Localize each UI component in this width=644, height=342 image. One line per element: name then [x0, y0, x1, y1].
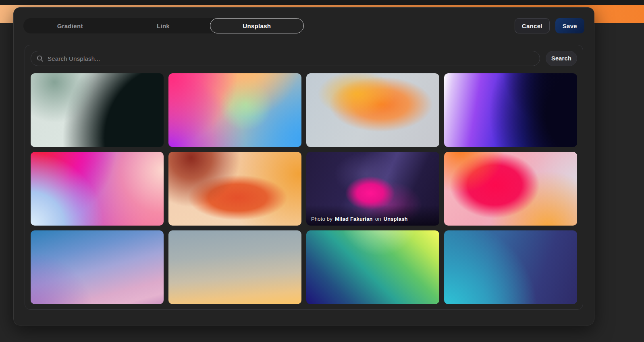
search-input[interactable]	[47, 55, 534, 62]
modal-header: GradientLinkUnsplash Cancel Save	[23, 18, 584, 33]
search-button[interactable]: Search	[546, 51, 577, 66]
tab-unsplash[interactable]: Unsplash	[210, 18, 304, 33]
unsplash-link[interactable]: Unsplash	[384, 216, 408, 222]
header-actions: Cancel Save	[515, 18, 584, 33]
attribution-connector: on	[375, 216, 381, 222]
tab-gradient[interactable]: Gradient	[23, 18, 116, 33]
background-picker-modal: GradientLinkUnsplash Cancel Save Search …	[13, 7, 594, 325]
cancel-button[interactable]: Cancel	[515, 18, 550, 33]
unsplash-photo-tile-2[interactable]	[168, 73, 301, 147]
unsplash-photo-tile-6[interactable]	[168, 152, 301, 226]
tab-link[interactable]: Link	[116, 18, 210, 33]
unsplash-photo-tile-1[interactable]	[31, 73, 164, 147]
unsplash-photo-tile-8[interactable]	[444, 152, 577, 226]
search-icon	[37, 55, 44, 62]
unsplash-photo-tile-5[interactable]	[31, 152, 164, 226]
page-top-strip	[0, 0, 644, 5]
unsplash-photo-tile-7[interactable]: Photo byMilad FakurianonUnsplash	[306, 152, 439, 226]
unsplash-photo-tile-10[interactable]	[168, 230, 301, 304]
tab-bar: GradientLinkUnsplash	[23, 18, 304, 33]
photo-grid: Photo byMilad FakurianonUnsplash	[31, 73, 577, 304]
unsplash-photo-tile-12[interactable]	[444, 230, 577, 304]
unsplash-photo-tile-4[interactable]	[444, 73, 577, 147]
search-row: Search	[31, 51, 577, 66]
attribution-prefix: Photo by	[311, 216, 332, 222]
photo-attribution: Photo byMilad FakurianonUnsplash	[311, 216, 408, 222]
unsplash-photo-tile-9[interactable]	[31, 230, 164, 304]
save-button[interactable]: Save	[555, 18, 584, 33]
unsplash-panel: Search Photo byMilad FakurianonUnsplash	[25, 45, 583, 310]
unsplash-photo-tile-3[interactable]	[306, 73, 439, 147]
search-input-container	[31, 51, 540, 66]
photo-author-link[interactable]: Milad Fakurian	[335, 216, 373, 222]
unsplash-photo-tile-11[interactable]	[306, 230, 439, 304]
